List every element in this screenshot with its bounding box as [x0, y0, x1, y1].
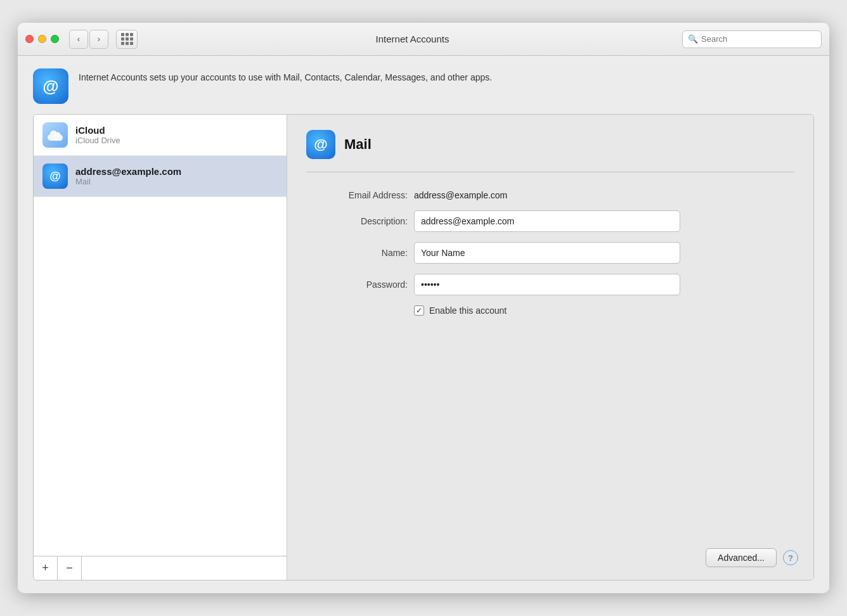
mail-account-info: address@example.com Mail	[75, 166, 181, 186]
mail-account-type: Mail	[75, 177, 181, 186]
detail-app-icon: @	[306, 130, 335, 159]
forward-button[interactable]: ›	[89, 30, 108, 49]
grid-view-button[interactable]	[116, 30, 138, 49]
header-section: @ Internet Accounts sets up your account…	[33, 68, 814, 104]
maximize-button[interactable]	[51, 35, 59, 43]
enable-account-checkbox[interactable]: ✓	[414, 305, 424, 316]
checkmark-icon: ✓	[416, 307, 422, 314]
description-row: Description:	[306, 210, 794, 232]
titlebar: ‹ › Internet Accounts 🔍	[18, 23, 829, 56]
remove-account-button[interactable]: −	[58, 556, 82, 581]
email-address-label: Email Address:	[306, 190, 408, 200]
icloud-account-info: iCloud iCloud Drive	[75, 125, 120, 145]
grid-icon	[121, 33, 133, 45]
advanced-button[interactable]: Advanced...	[706, 548, 777, 567]
minimize-button[interactable]	[38, 35, 46, 43]
help-button[interactable]: ?	[783, 550, 798, 565]
search-bar[interactable]: 🔍	[682, 30, 822, 48]
icloud-account-type: iCloud Drive	[75, 136, 120, 145]
window-title: Internet Accounts	[148, 34, 677, 44]
app-icon: @	[33, 68, 68, 104]
description-label: Description:	[306, 216, 408, 226]
account-item-icloud[interactable]: iCloud iCloud Drive	[34, 115, 287, 156]
account-item-mail[interactable]: @ address@example.com Mail	[34, 156, 287, 197]
search-icon: 🔍	[688, 34, 698, 44]
add-account-button[interactable]: +	[34, 556, 58, 581]
sidebar: iCloud iCloud Drive @ address@example.co…	[34, 115, 287, 580]
description-field[interactable]	[414, 210, 680, 232]
name-field[interactable]	[414, 242, 680, 264]
detail-header: @ Mail	[306, 130, 794, 159]
back-button[interactable]: ‹	[69, 30, 88, 49]
email-address-row: Email Address: address@example.com	[306, 190, 794, 200]
password-row: Password:	[306, 274, 794, 295]
sidebar-toolbar: + −	[34, 556, 287, 580]
detail-footer: Advanced... ?	[706, 548, 798, 567]
traffic-lights	[25, 35, 59, 43]
icloud-account-name: iCloud	[75, 125, 120, 136]
main-panel: iCloud iCloud Drive @ address@example.co…	[33, 114, 814, 581]
header-description: Internet Accounts sets up your accounts …	[79, 68, 492, 84]
detail-title: Mail	[344, 136, 372, 153]
cloud-icon	[47, 129, 63, 141]
detail-panel: @ Mail Email Address: address@example.co…	[287, 115, 813, 580]
password-field[interactable]	[414, 274, 680, 295]
search-input[interactable]	[701, 34, 816, 44]
sidebar-spacer	[34, 197, 287, 556]
icloud-icon	[42, 122, 68, 148]
enable-account-label: Enable this account	[429, 305, 507, 316]
mail-account-icon: @	[42, 164, 68, 189]
enable-account-row: ✓ Enable this account	[414, 305, 794, 316]
name-row: Name:	[306, 242, 794, 264]
nav-buttons: ‹ ›	[69, 30, 108, 49]
form-area: Email Address: address@example.com Descr…	[306, 190, 794, 316]
close-button[interactable]	[25, 35, 34, 43]
main-window: ‹ › Internet Accounts 🔍 @ Internet Accou…	[18, 23, 829, 593]
password-label: Password:	[306, 279, 408, 290]
detail-at-icon: @	[314, 136, 327, 153]
at-symbol-icon: @	[42, 77, 58, 96]
name-label: Name:	[306, 248, 408, 258]
email-address-value: address@example.com	[414, 190, 507, 200]
mail-account-name: address@example.com	[75, 166, 181, 177]
detail-divider	[306, 172, 794, 172]
at-icon: @	[49, 170, 61, 183]
content-area: @ Internet Accounts sets up your account…	[18, 56, 829, 593]
